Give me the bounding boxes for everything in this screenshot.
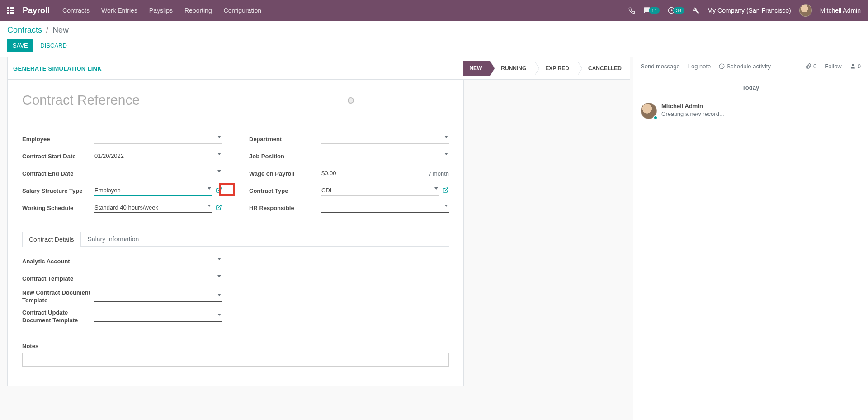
schedule-activity-button[interactable]: Schedule activity (719, 63, 771, 70)
clock-icon (719, 63, 725, 69)
contract-reference-input[interactable] (22, 91, 339, 110)
end-date-field[interactable] (94, 168, 222, 178)
nav-contracts[interactable]: Contracts (62, 7, 90, 14)
label-job-position: Job Position (249, 153, 321, 160)
label-department: Department (249, 136, 321, 143)
tab-contract-details[interactable]: Contract Details (22, 232, 81, 247)
chatter-message: Mitchell Admin Creating a new record... (641, 99, 861, 123)
notes-field[interactable] (22, 353, 449, 367)
employee-field[interactable] (94, 134, 222, 144)
nav-work-entries[interactable]: Work Entries (101, 7, 137, 14)
label-new-contract-doc: New Contract Document Template (22, 289, 94, 305)
activities-icon[interactable]: 34 (668, 7, 684, 14)
top-navbar: Payroll Contracts Work Entries Payslips … (0, 0, 868, 21)
stage-new[interactable]: New (463, 61, 490, 76)
discard-button[interactable]: Discard (35, 39, 72, 52)
debug-icon[interactable] (693, 7, 699, 14)
message-author: Mitchell Admin (661, 103, 724, 110)
user-avatar[interactable] (799, 4, 812, 17)
label-update-contract-doc: Contract Update Document Template (22, 309, 94, 325)
chatter-day-separator: Today (641, 84, 861, 91)
nav-menu: Contracts Work Entries Payslips Reportin… (62, 7, 261, 14)
salary-structure-field[interactable] (94, 186, 212, 196)
statusbar: New Running Expired Cancelled (463, 61, 630, 76)
nav-configuration[interactable]: Configuration (224, 7, 261, 14)
stage-cancelled[interactable]: Cancelled (577, 61, 630, 76)
generate-simulation-link-button[interactable]: Generate Simulation Link (13, 65, 102, 72)
label-end-date: Contract End Date (22, 170, 94, 177)
analytic-account-field[interactable] (94, 256, 222, 266)
form-view: Generate Simulation Link New Running Exp… (0, 57, 633, 420)
app-brand[interactable]: Payroll (23, 6, 50, 15)
breadcrumb-root[interactable]: Contracts (7, 25, 42, 34)
messages-badge: 11 (649, 7, 660, 14)
phone-icon[interactable] (628, 7, 635, 14)
label-analytic-account: Analytic Account (22, 258, 94, 265)
nav-reporting[interactable]: Reporting (184, 7, 212, 14)
stage-running[interactable]: Running (490, 61, 534, 76)
user-icon (850, 63, 856, 69)
log-note-button[interactable]: Log note (688, 63, 711, 70)
svg-line-3 (445, 187, 448, 190)
department-field[interactable] (321, 134, 449, 144)
follower-count[interactable]: 0 (850, 63, 861, 70)
label-contract-template: Contract Template (22, 275, 94, 282)
label-notes: Notes (22, 343, 449, 349)
breadcrumb-current: New (52, 25, 69, 34)
contract-type-field[interactable] (321, 186, 439, 196)
breadcrumb: Contracts / New (7, 25, 861, 35)
messages-icon[interactable]: 11 (643, 7, 660, 14)
apps-icon[interactable] (7, 7, 14, 14)
label-hr-responsible: HR Responsible (249, 205, 321, 211)
salary-structure-external-link-icon[interactable] (216, 187, 222, 195)
attachment-count[interactable]: 0 (806, 63, 816, 70)
notebook-tabs: Contract Details Salary Information (22, 231, 449, 247)
contract-type-external-link-icon[interactable] (443, 187, 449, 195)
update-contract-doc-field[interactable] (94, 312, 222, 322)
working-schedule-field[interactable] (94, 203, 212, 213)
hr-responsible-field[interactable] (321, 203, 449, 213)
follow-button[interactable]: Follow (825, 63, 842, 70)
new-contract-doc-field[interactable] (94, 292, 222, 302)
presence-dot-icon (653, 115, 658, 120)
start-date-field[interactable] (94, 151, 222, 161)
wage-field[interactable] (321, 168, 427, 178)
wage-suffix: / month (429, 170, 449, 177)
contract-template-field[interactable] (94, 273, 222, 283)
user-name[interactable]: Mitchell Admin (820, 7, 861, 14)
message-body: Creating a new record... (661, 110, 724, 117)
kanban-state-icon[interactable] (348, 97, 354, 104)
control-panel: Contracts / New Save Discard (0, 21, 868, 57)
chatter: Send message Log note Schedule activity … (633, 57, 868, 420)
label-contract-type: Contract Type (249, 187, 321, 194)
label-working-schedule: Working Schedule (22, 205, 94, 211)
label-wage: Wage on Payroll (249, 170, 321, 177)
working-schedule-external-link-icon[interactable] (216, 204, 222, 212)
label-salary-structure: Salary Structure Type (22, 187, 94, 194)
svg-point-5 (852, 64, 854, 66)
save-button[interactable]: Save (7, 39, 33, 52)
paperclip-icon (806, 63, 811, 69)
label-employee: Employee (22, 136, 94, 143)
send-message-button[interactable]: Send message (641, 63, 680, 70)
nav-payslips[interactable]: Payslips (149, 7, 173, 14)
svg-line-2 (218, 205, 221, 207)
job-position-field[interactable] (321, 151, 449, 161)
svg-line-1 (218, 187, 221, 190)
label-start-date: Contract Start Date (22, 153, 94, 160)
stage-expired[interactable]: Expired (534, 61, 577, 76)
tab-salary-information[interactable]: Salary Information (81, 231, 146, 246)
activities-badge: 34 (673, 7, 684, 14)
company-switcher[interactable]: My Company (San Francisco) (708, 7, 791, 14)
